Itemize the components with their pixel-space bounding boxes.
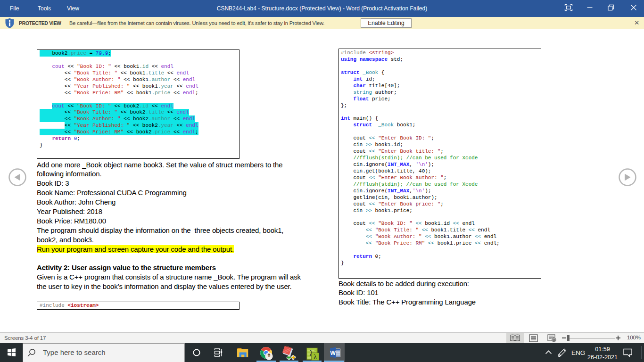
svg-text:W: W [330, 350, 336, 356]
svg-text:λ: λ [314, 353, 317, 361]
